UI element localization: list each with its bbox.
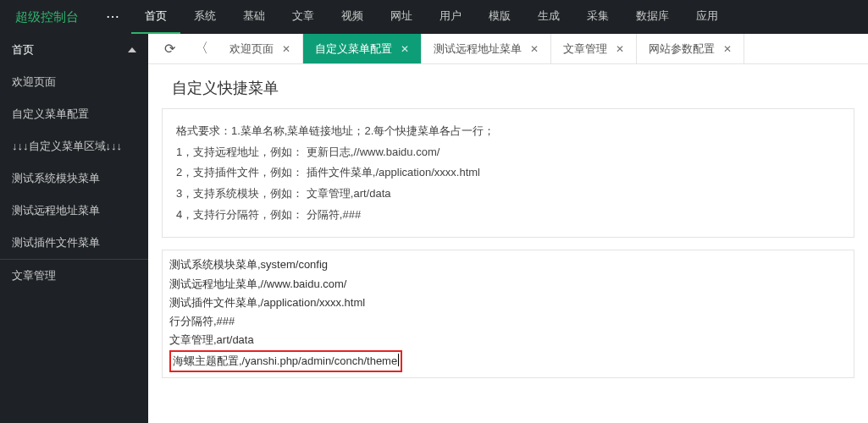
topnav-item[interactable]: 生成 (524, 0, 573, 34)
topnav-item[interactable]: 系统 (180, 0, 229, 34)
content: ⟳ 〈 欢迎页面✕自定义菜单配置✕测试远程地址菜单✕文章管理✕网站参数配置✕ 自… (148, 34, 868, 423)
sidebar-item[interactable]: 测试系统模块菜单 (0, 162, 148, 195)
back-icon[interactable]: 〈 (185, 34, 218, 63)
editor-line: 文章管理,art/data (169, 331, 847, 349)
tab[interactable]: 网站参数配置✕ (637, 34, 744, 63)
help-line: 2，支持插件文件，例如： 插件文件菜单,/application/xxxx.ht… (176, 162, 840, 184)
editor-line: 测试插件文件菜单,/application/xxxx.html (169, 294, 847, 312)
sidebar-item-bottom[interactable]: 文章管理 (0, 260, 148, 292)
topnav-item[interactable]: 模版 (475, 0, 524, 34)
highlighted-line: 海螺主题配置,/yanshi.php/admin/conch/theme (169, 350, 402, 372)
topnav-item[interactable]: 基础 (229, 0, 279, 34)
sidebar-header-label: 首页 (12, 42, 34, 58)
editor-line: 测试远程地址菜单,//www.baidu.com/ (169, 275, 847, 294)
topnav-item[interactable]: 文章 (279, 0, 328, 34)
close-icon[interactable]: ✕ (401, 43, 409, 55)
tab[interactable]: 自定义菜单配置✕ (303, 34, 422, 63)
close-icon[interactable]: ✕ (616, 43, 624, 55)
help-line: 3，支持系统模块，例如： 文章管理,art/data (176, 184, 840, 205)
tab[interactable]: 测试远程地址菜单✕ (422, 34, 551, 63)
topnav-item[interactable]: 采集 (573, 0, 622, 34)
close-icon[interactable]: ✕ (723, 43, 732, 55)
topnav-item[interactable]: 网址 (377, 0, 426, 34)
tab[interactable]: 欢迎页面✕ (218, 34, 303, 63)
tab-label: 测试远程地址菜单 (434, 41, 522, 57)
topnav-item[interactable]: 首页 (131, 0, 180, 34)
refresh-icon[interactable]: ⟳ (153, 34, 185, 63)
editor-line: 测试系统模块菜单,system/config (169, 255, 847, 274)
topnav-item[interactable]: 用户 (426, 0, 475, 34)
sidebar: 首页 欢迎页面自定义菜单配置↓↓↓自定义菜单区域↓↓↓测试系统模块菜单测试远程地… (0, 34, 148, 423)
tabbar: ⟳ 〈 欢迎页面✕自定义菜单配置✕测试远程地址菜单✕文章管理✕网站参数配置✕ (148, 34, 868, 64)
topnav-item[interactable]: 应用 (683, 0, 732, 34)
sidebar-item[interactable]: 自定义菜单配置 (0, 98, 148, 130)
topbar: 超级控制台 ⋯ 首页系统基础文章视频网址用户模版生成采集数据库应用 (0, 0, 868, 34)
topnav-item[interactable]: 视频 (328, 0, 377, 34)
help-line: 1，支持远程地址，例如： 更新日志,//www.baidu.com/ (176, 142, 840, 163)
help-box: 格式要求：1.菜单名称,菜单链接地址；2.每个快捷菜单各占一行； 1，支持远程地… (162, 108, 854, 238)
sidebar-item[interactable]: 测试远程地址菜单 (0, 195, 148, 227)
sidebar-item[interactable]: 测试插件文件菜单 (0, 227, 148, 259)
tab-label: 网站参数配置 (649, 41, 715, 57)
menu-textarea[interactable]: 测试系统模块菜单,system/config测试远程地址菜单,//www.bai… (162, 250, 854, 378)
tab-label: 欢迎页面 (229, 41, 274, 57)
help-line: 格式要求：1.菜单名称,菜单链接地址；2.每个快捷菜单各占一行； (176, 121, 840, 142)
text-cursor (398, 354, 399, 366)
tab-label: 自定义菜单配置 (315, 41, 392, 57)
sidebar-item[interactable]: ↓↓↓自定义菜单区域↓↓↓ (0, 130, 148, 162)
app-logo: 超级控制台 (0, 9, 94, 25)
top-nav: 首页系统基础文章视频网址用户模版生成采集数据库应用 (131, 0, 732, 34)
close-icon[interactable]: ✕ (282, 43, 290, 55)
more-icon[interactable]: ⋯ (94, 0, 131, 34)
sidebar-header[interactable]: 首页 (0, 34, 148, 66)
caret-up-icon (128, 47, 136, 52)
help-line: 4，支持行分隔符，例如： 分隔符,### (176, 205, 840, 226)
highlighted-text: 海螺主题配置,/yanshi.php/admin/conch/theme (173, 354, 397, 367)
page: 自定义快捷菜单 格式要求：1.菜单名称,菜单链接地址；2.每个快捷菜单各占一行；… (148, 64, 868, 423)
page-title: 自定义快捷菜单 (148, 64, 868, 108)
close-icon[interactable]: ✕ (530, 43, 539, 55)
sidebar-item[interactable]: 欢迎页面 (0, 66, 148, 98)
tab[interactable]: 文章管理✕ (551, 34, 637, 63)
editor-line: 行分隔符,### (169, 312, 847, 331)
tab-label: 文章管理 (563, 41, 607, 57)
topnav-item[interactable]: 数据库 (622, 0, 683, 34)
